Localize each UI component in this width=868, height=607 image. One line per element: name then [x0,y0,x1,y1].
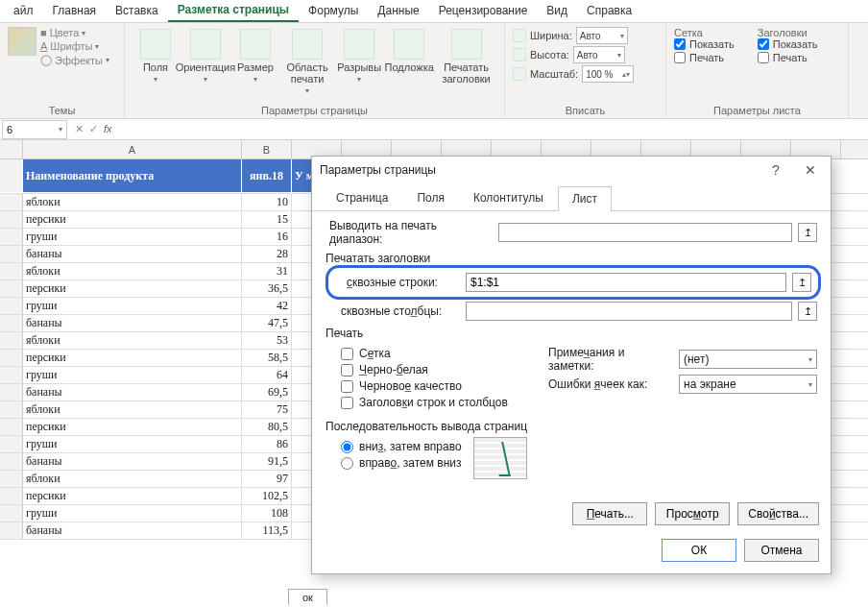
width-dropdown[interactable]: Авто▾ [576,27,628,44]
tab-page-layout[interactable]: Разметка страницы [168,0,299,22]
row-header[interactable] [0,246,23,262]
tab-file[interactable]: айл [4,1,42,21]
tab-review[interactable]: Рецензирование [429,1,538,21]
height-dropdown[interactable]: Авто▾ [573,46,625,63]
rows-repeat-input[interactable] [466,273,786,292]
cell-a[interactable]: яблоки [23,401,242,418]
order-down-radio[interactable] [341,441,353,453]
accept-formula-icon[interactable]: ✓ [89,123,98,135]
chk-headings[interactable] [341,397,353,409]
tab-help[interactable]: Справка [577,1,641,21]
close-button[interactable]: ✕ [798,162,823,178]
order-over-radio[interactable] [341,457,353,470]
tab-home[interactable]: Главная [42,1,106,21]
column-header-b[interactable]: B [242,140,292,158]
row-header[interactable] [0,453,23,470]
themes-icon[interactable] [8,27,36,56]
size-button[interactable]: Размер▾ [232,27,278,97]
grid-print-checkbox[interactable] [674,52,686,63]
background-button[interactable]: Подложка [386,27,432,97]
ok-button[interactable]: ОК [662,539,736,562]
tab-view[interactable]: Вид [537,1,577,21]
cell-a[interactable]: груши [23,367,242,383]
chk-draft[interactable] [341,380,353,393]
cell-b[interactable]: 10 [242,194,292,210]
row-header[interactable] [0,194,23,210]
row-header[interactable] [0,419,23,435]
properties-button[interactable]: Свойства... [737,502,819,525]
cell-a[interactable]: бананы [23,246,242,262]
cell-b[interactable]: 86 [242,436,292,452]
help-button[interactable]: ? [763,162,788,178]
tab-formulas[interactable]: Формулы [299,1,368,21]
tab-data[interactable]: Данные [368,1,428,21]
row-header[interactable] [0,384,23,401]
chk-bw[interactable] [341,364,353,376]
cell-a[interactable]: яблоки [23,332,242,349]
preview-button[interactable]: Просмотр [655,502,730,525]
cell-a[interactable]: яблоки [23,471,242,487]
effects-dropdown[interactable]: ◯ Эффекты ▾ [40,54,109,66]
cell-b[interactable]: 53 [242,332,292,349]
cell-a[interactable]: персики [23,488,242,504]
print-button[interactable]: Печать... [572,502,647,525]
cell-a[interactable]: груши [23,505,242,522]
cols-repeat-collapse-icon[interactable]: ↥ [798,302,817,321]
row-header[interactable] [0,159,23,193]
dialog-tab-margins[interactable]: Поля [402,185,459,210]
row-header[interactable] [0,263,23,279]
dialog-tab-headerfooter[interactable]: Колонтитулы [459,185,558,210]
fonts-dropdown[interactable]: A Шрифты ▾ [40,40,109,52]
row-header[interactable] [0,488,23,504]
print-range-collapse-icon[interactable]: ↥ [798,223,817,242]
breaks-button[interactable]: Разрывы▾ [336,27,382,97]
row-header[interactable] [0,522,23,539]
select-all-corner[interactable] [0,140,23,158]
row-header[interactable] [0,505,23,522]
cell-a[interactable]: яблоки [23,194,242,210]
dialog-tab-sheet[interactable]: Лист [558,186,612,211]
grid-show-checkbox[interactable] [674,38,686,50]
sheet-tab[interactable]: ок [288,589,327,605]
row-header[interactable] [0,315,23,331]
row-header[interactable] [0,332,23,349]
cell-b[interactable]: 36,5 [242,280,292,297]
print-area-button[interactable]: Область печати▾ [282,27,332,97]
row-header[interactable] [0,280,23,297]
cell-a[interactable]: персики [23,211,242,228]
cell-a[interactable]: персики [23,350,242,366]
cell-b[interactable]: 97 [242,471,292,487]
row-header[interactable] [0,436,23,452]
row-header[interactable] [0,401,23,418]
cell-b[interactable]: 108 [242,505,292,522]
cell-a[interactable]: персики [23,419,242,435]
row-header[interactable] [0,298,23,314]
column-header-a[interactable]: A [23,140,242,158]
colors-dropdown[interactable]: ■ Цвета ▾ [40,27,109,38]
cell-b[interactable]: 16 [242,229,292,245]
print-titles-button[interactable]: Печатать заголовки [436,27,496,97]
cell-b[interactable]: 91,5 [242,453,292,470]
cell-a[interactable]: бананы [23,315,242,331]
cell-b[interactable]: 28 [242,246,292,262]
notes-dropdown[interactable]: (нет)▾ [679,350,817,369]
cell-b[interactable]: 42 [242,298,292,314]
cancel-button[interactable]: Отмена [744,539,819,562]
row-header[interactable] [0,229,23,245]
cell-a[interactable]: груши [23,229,242,245]
scale-spinner[interactable]: 100 %▴▾ [582,65,634,83]
tab-insert[interactable]: Вставка [106,1,168,21]
cell-b[interactable]: 69,5 [242,384,292,401]
cell-a[interactable]: бананы [23,522,242,539]
cell-b[interactable]: 58,5 [242,350,292,366]
cell-b[interactable]: 31 [242,263,292,279]
errors-dropdown[interactable]: на экране▾ [679,375,817,394]
orientation-button[interactable]: Ориентация▾ [182,27,229,97]
headers-show-checkbox[interactable] [758,38,769,50]
print-range-input[interactable] [498,223,792,242]
cell-a[interactable]: бананы [23,384,242,401]
cell-b[interactable]: 80,5 [242,419,292,435]
name-box[interactable]: 6▾ [2,120,67,139]
cell-b[interactable]: 102,5 [242,488,292,504]
row-header[interactable] [0,350,23,366]
